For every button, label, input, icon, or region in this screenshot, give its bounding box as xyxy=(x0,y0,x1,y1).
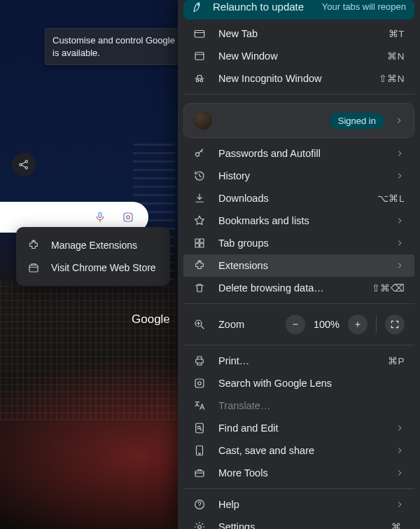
fullscreen-button[interactable] xyxy=(385,315,405,334)
svg-rect-16 xyxy=(200,239,204,242)
avatar xyxy=(194,111,212,130)
svg-point-5 xyxy=(127,216,130,219)
star-icon xyxy=(193,214,206,227)
chevron-right-icon xyxy=(395,149,405,158)
google-wordmark: Google xyxy=(132,312,170,327)
history-icon xyxy=(193,170,206,182)
svg-point-23 xyxy=(198,382,202,385)
extensions-submenu: Manage Extensions Visit Chrome Web Store xyxy=(16,227,170,286)
relaunch-label: Relaunch to update xyxy=(213,1,304,13)
relaunch-banner[interactable]: Relaunch to update Your tabs will reopen xyxy=(183,0,414,20)
history-label: History xyxy=(218,170,250,181)
incognito-shortcut: ⇧⌘N xyxy=(379,73,405,84)
zoom-in-button[interactable] xyxy=(348,315,368,334)
svg-rect-8 xyxy=(29,265,38,272)
grid-icon xyxy=(193,237,206,249)
find-label: Find and Edit xyxy=(218,422,278,434)
new-window-label: New Window xyxy=(218,50,278,62)
help-label: Help xyxy=(218,499,239,510)
bookmarks-label: Bookmarks and lists xyxy=(218,215,309,226)
svg-rect-3 xyxy=(99,212,102,218)
passwords-label: Passwords and Autofill xyxy=(218,148,321,159)
incognito-item[interactable]: New Incognito Window ⇧⌘N xyxy=(183,67,414,90)
chevron-right-icon xyxy=(395,261,405,270)
find-item[interactable]: Find and Edit xyxy=(183,417,414,439)
divider xyxy=(376,316,377,333)
relaunch-sub: Your tabs will reopen xyxy=(322,1,406,12)
profile-row[interactable]: Signed in xyxy=(183,103,414,138)
downloads-item[interactable]: Downloads ⌥⌘L xyxy=(183,187,414,209)
settings-item[interactable]: Settings ⌘, xyxy=(183,516,414,529)
zoom-label: Zoom xyxy=(218,319,244,330)
translate-item: Translate… xyxy=(183,394,414,417)
translate-icon xyxy=(193,399,206,412)
chrome-webstore-label: Visit Chrome Web Store xyxy=(51,262,156,273)
chevron-right-icon xyxy=(395,468,405,478)
new-tab-item[interactable]: New Tab ⌘T xyxy=(183,22,414,45)
svg-rect-21 xyxy=(196,359,204,363)
svg-rect-18 xyxy=(200,244,204,247)
gear-icon xyxy=(193,521,206,529)
zoom-out-button[interactable] xyxy=(286,315,305,334)
extensions-item[interactable]: Extensions xyxy=(183,254,414,277)
chrome-menu: Relaunch to update Your tabs will reopen… xyxy=(178,0,420,529)
lens-icon[interactable] xyxy=(122,211,134,224)
divider xyxy=(183,345,414,345)
tab-groups-item[interactable]: Tab groups xyxy=(183,232,414,254)
chevron-right-icon xyxy=(395,423,405,433)
lens-icon xyxy=(193,377,206,390)
settings-label: Settings xyxy=(218,521,255,529)
new-window-shortcut: ⌘N xyxy=(387,50,405,62)
lens-item[interactable]: Search with Google Lens xyxy=(183,372,414,394)
trash-icon xyxy=(193,282,206,294)
passwords-item[interactable]: Passwords and Autofill xyxy=(183,142,414,165)
history-item[interactable]: History xyxy=(183,165,414,187)
new-tab-shortcut: ⌘T xyxy=(388,28,405,39)
more-tools-label: More Tools xyxy=(218,467,268,479)
translate-label: Translate… xyxy=(218,400,270,411)
background-city xyxy=(0,280,182,420)
downloads-label: Downloads xyxy=(218,193,269,204)
chevron-right-icon xyxy=(395,446,405,455)
divider xyxy=(183,488,414,489)
svg-rect-15 xyxy=(195,239,199,242)
delete-data-shortcut: ⇧⌘⌫ xyxy=(372,282,405,294)
cast-label: Cast, save and share xyxy=(218,445,314,456)
cast-icon xyxy=(193,444,206,457)
manage-extensions-item[interactable]: Manage Extensions xyxy=(16,234,170,256)
tab-groups-label: Tab groups xyxy=(218,238,269,249)
zoom-value: 100% xyxy=(314,319,340,330)
help-item[interactable]: Help xyxy=(183,493,414,516)
delete-data-item[interactable]: Delete browsing data… ⇧⌘⌫ xyxy=(183,277,414,299)
more-tools-item[interactable]: More Tools xyxy=(183,462,414,484)
svg-point-9 xyxy=(198,4,200,6)
webstore-icon xyxy=(27,261,40,274)
svg-rect-17 xyxy=(195,244,199,247)
print-label: Print… xyxy=(218,355,249,366)
svg-point-6 xyxy=(130,214,132,216)
cast-item[interactable]: Cast, save and share xyxy=(183,439,414,462)
tab-icon xyxy=(193,27,206,40)
chevron-right-icon xyxy=(394,116,404,125)
signed-in-pill: Signed in xyxy=(330,113,384,129)
find-icon xyxy=(193,422,206,434)
svg-rect-10 xyxy=(195,31,204,38)
chevron-right-icon xyxy=(395,216,405,226)
chevron-right-icon xyxy=(395,171,405,181)
chrome-webstore-item[interactable]: Visit Chrome Web Store xyxy=(16,256,170,279)
share-button[interactable] xyxy=(12,153,36,177)
print-item[interactable]: Print… ⌘P xyxy=(183,350,414,372)
mic-icon[interactable] xyxy=(94,211,106,224)
divider xyxy=(183,94,414,95)
extensions-label: Extensions xyxy=(218,260,268,271)
svg-point-29 xyxy=(200,507,200,507)
rocket-icon xyxy=(192,0,204,13)
puzzle-icon xyxy=(27,239,40,252)
zoom-icon xyxy=(193,318,206,331)
settings-shortcut: ⌘, xyxy=(391,521,405,529)
new-window-item[interactable]: New Window ⌘N xyxy=(183,45,414,67)
bookmarks-item[interactable]: Bookmarks and lists xyxy=(183,209,414,232)
manage-extensions-label: Manage Extensions xyxy=(51,240,137,251)
downloads-shortcut: ⌥⌘L xyxy=(377,193,405,204)
print-icon xyxy=(193,355,206,367)
